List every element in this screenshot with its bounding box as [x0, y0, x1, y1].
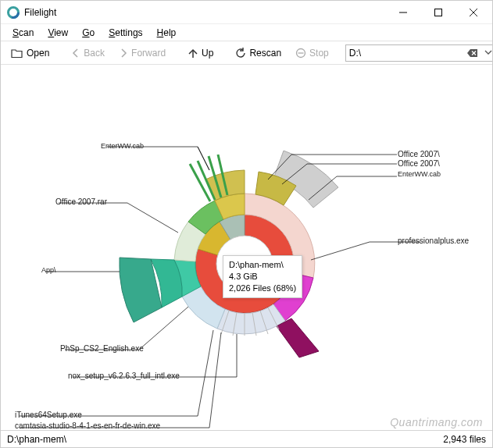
up-label: Up [202, 48, 213, 59]
menubar: Scan View Go Settings Help [1, 24, 492, 41]
maximize-button[interactable] [420, 1, 455, 23]
forward-button[interactable]: Forward [113, 44, 171, 62]
tooltip-size: 4.3 GiB [229, 271, 296, 283]
label-enterww: EnterWW.cab [101, 142, 144, 150]
back-label: Back [84, 48, 105, 59]
arrow-up-icon [188, 48, 198, 58]
minimize-button[interactable] [385, 1, 420, 23]
path-input[interactable] [349, 46, 466, 60]
refresh-icon [235, 48, 246, 59]
clear-icon [467, 48, 478, 58]
status-files: 2,943 files [443, 434, 486, 445]
close-icon [470, 9, 477, 16]
menu-help[interactable]: Help [150, 26, 184, 40]
toolbar: Open Back Forward Up Rescan Stop Go [1, 41, 492, 65]
label-app: App\ [41, 266, 56, 274]
label-itunes: iTunes64Setup.exe [15, 411, 82, 419]
stop-icon [295, 48, 306, 59]
label-phsp: PhSp_CS2_English.exe [60, 344, 144, 353]
minimize-icon [399, 9, 407, 16]
label-camtasia: camtasia-studio-8-4-1-es-en-fr-de-win.ex… [15, 421, 160, 430]
menu-view[interactable]: View [41, 26, 75, 40]
label-enterww2: EnterWW.cab [398, 170, 441, 178]
hover-tooltip: D:\phan-mem\ 4.3 GiB 2,026 Files (68%) [223, 255, 302, 298]
status-path: D:\phan-mem\ [7, 434, 66, 445]
label-office2007rar: Office 2007.rar [55, 197, 107, 206]
titlebar: Filelight [1, 1, 492, 24]
chevron-left-icon [71, 48, 80, 58]
clear-path-button[interactable] [466, 47, 479, 59]
menu-scan[interactable]: Scan [5, 26, 41, 40]
open-label: Open [27, 48, 49, 59]
stop-label: Stop [309, 48, 329, 59]
app-icon [7, 6, 20, 19]
path-combobox[interactable] [345, 44, 493, 62]
label-office2007b: Office 2007\ [398, 159, 440, 168]
menu-settings[interactable]: Settings [102, 26, 149, 40]
close-button[interactable] [455, 1, 491, 23]
maximize-icon [434, 9, 442, 16]
label-office2007a: Office 2007\ [398, 150, 440, 158]
rescan-button[interactable]: Rescan [230, 44, 287, 62]
label-nox: nox_setup_v6.2.6.3_full_intl.exe [68, 372, 180, 380]
forward-label: Forward [131, 48, 166, 59]
window-title: Filelight [24, 7, 385, 18]
statusbar: D:\phan-mem\ 2,943 files [1, 430, 492, 447]
back-button[interactable]: Back [66, 44, 110, 62]
tooltip-path: D:\phan-mem\ [229, 259, 296, 271]
chevron-right-icon [119, 48, 128, 58]
up-button[interactable]: Up [182, 44, 219, 62]
label-profplus: professionalplus.exe [398, 236, 469, 245]
chevron-down-icon [484, 48, 492, 56]
rescan-label: Rescan [249, 48, 281, 59]
sunburst-chart[interactable]: EnterWW.cab Office 2007.rar App\ PhSp_CS… [1, 65, 492, 430]
tooltip-files: 2,026 Files (68%) [229, 283, 296, 294]
path-dropdown-button[interactable] [482, 48, 493, 58]
folder-open-icon [11, 48, 23, 59]
stop-button[interactable]: Stop [290, 44, 334, 62]
menu-go[interactable]: Go [75, 26, 102, 40]
open-button[interactable]: Open [5, 44, 55, 62]
svg-rect-3 [434, 9, 441, 16]
